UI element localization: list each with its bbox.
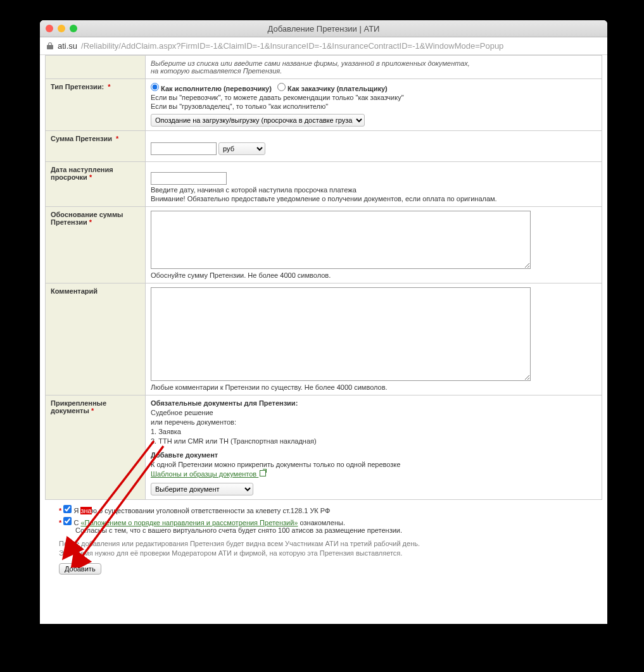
doc-select[interactable]: Выберите документ [151, 483, 253, 495]
reason-hint: Обоснуйте сумму Претензии. Не более 4000… [151, 271, 597, 279]
docs-label: Прикрепленные документы [51, 399, 106, 414]
type-hint-2: Если вы "грузовладелец", то только "как … [151, 103, 597, 110]
window-title: Добавление Претензии | АТИ [40, 24, 607, 34]
type-hint-1: Если вы "перевозчик", то можете давать р… [151, 94, 597, 101]
currency-select[interactable]: руб [218, 142, 265, 155]
liability-text-prefix: Я [73, 507, 80, 514]
reason-label: Обоснование суммы Претензии [51, 211, 123, 226]
firm-hint-1: Выберите из списка или введите сами назв… [151, 59, 470, 67]
claim-type-label: Тип Претензии: [51, 83, 104, 90]
url-path: /Reliability/AddClaim.aspx?FirmID=-1&Cla… [81, 41, 503, 51]
add-button[interactable]: Добавить [59, 563, 101, 575]
templates-link[interactable]: Шаблоны и образцы документов [151, 470, 258, 478]
rules-suffix: ознакомлены. [298, 519, 344, 526]
docs-head-1: Обязательные документы для Претензии: [151, 399, 597, 407]
rules-checkbox[interactable] [63, 517, 72, 525]
rules-link[interactable]: «Положением о порядке направления и расс… [80, 519, 298, 526]
external-link-icon [260, 470, 266, 476]
sum-input[interactable] [151, 142, 217, 155]
docs-line-2: или перечень документов: [151, 418, 597, 426]
date-hint-1: Введите дату, начиная с которой наступил… [151, 186, 597, 194]
radio-executor[interactable]: Как исполнителю (перевозчику) [151, 85, 272, 92]
bottom-block: * Я знаю о существовании уголовной ответ… [40, 500, 607, 583]
date-label: Дата наступления просрочки [51, 166, 113, 181]
docs-line-4: 2. ТТН или CMR или ТН (Транспортная накл… [151, 437, 597, 445]
sum-label: Сумма Претензии [51, 135, 112, 142]
docs-head-2: Добавьте документ [151, 451, 597, 459]
comment-hint: Любые комментарии к Претензии по существ… [151, 383, 597, 391]
docs-line-1: Судебное решение [151, 409, 597, 416]
claim-form-table: Выберите из списка или введите сами назв… [45, 55, 602, 500]
radio-executor-input[interactable] [151, 83, 159, 91]
note-1: После добавления или редактирования Прет… [59, 540, 420, 547]
comment-textarea[interactable] [151, 287, 531, 381]
liability-hidden-word: зна [80, 507, 91, 514]
date-input[interactable] [151, 172, 227, 185]
rules-line2: Согласны с тем, что с вашего виртуальног… [75, 526, 588, 534]
date-hint-2: Внимание! Обязательно предоставьте уведо… [151, 195, 597, 202]
radio-customer[interactable]: Как заказчику (плательщику) [277, 85, 388, 92]
rules-prefix: С [73, 519, 80, 526]
comment-label: Комментарий [51, 287, 98, 295]
note-2: Это время нужно для её проверки Модерато… [59, 549, 402, 557]
liability-text: ю о существовании уголовной ответственно… [92, 507, 331, 514]
url-host: ati.su [58, 41, 77, 51]
page-content: Выберите из списка или введите сами назв… [40, 55, 607, 624]
reason-textarea[interactable] [151, 211, 531, 269]
docs-line-3: 1. Заявка [151, 428, 597, 435]
firm-hint-2: на которую выставляется Претензия. [151, 67, 282, 75]
claim-type-select[interactable]: Опоздание на загрузку/выгрузку (просрочк… [151, 114, 365, 127]
browser-window: Добавление Претензии | АТИ ati.su/Reliab… [40, 20, 607, 624]
docs-line-5: К одной Претензии можно прикрепить докум… [151, 461, 597, 468]
lock-icon [46, 42, 54, 50]
titlebar: Добавление Претензии | АТИ [40, 20, 607, 37]
radio-customer-input[interactable] [277, 83, 286, 91]
address-bar[interactable]: ati.su/Reliability/AddClaim.aspx?FirmID=… [40, 37, 607, 55]
liability-checkbox[interactable] [63, 505, 72, 513]
